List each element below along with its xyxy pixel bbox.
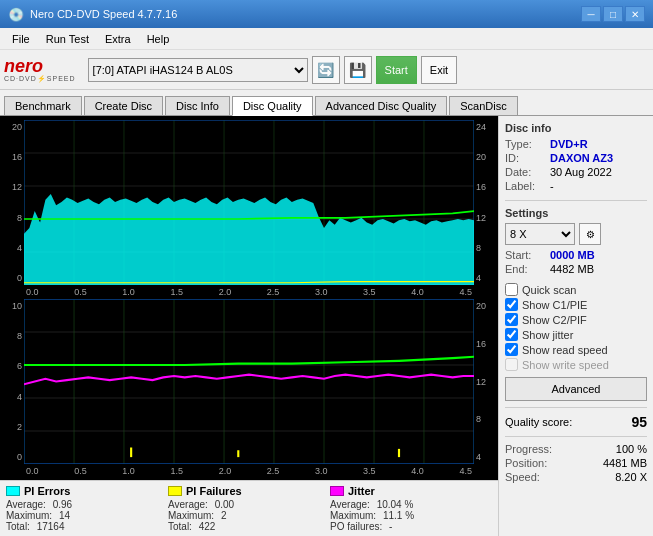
chart1-x-4: 2.0 bbox=[219, 287, 232, 297]
progress-row: Progress: 100 % bbox=[505, 443, 647, 455]
tab-benchmark[interactable]: Benchmark bbox=[4, 96, 82, 115]
show-c2-pif-label: Show C2/PIF bbox=[522, 314, 587, 326]
drive-selector[interactable]: [7:0] ATAPI iHAS124 B AL0S bbox=[88, 58, 308, 82]
tab-scan-disc[interactable]: ScanDisc bbox=[449, 96, 517, 115]
show-c2-pif-row: Show C2/PIF bbox=[505, 313, 647, 326]
show-c1-pie-label: Show C1/PIE bbox=[522, 299, 587, 311]
show-c1-pie-checkbox[interactable] bbox=[505, 298, 518, 311]
speed-row: 8 X ⚙ bbox=[505, 223, 647, 245]
disc-type-label: Type: bbox=[505, 138, 550, 150]
end-mb-row: End: 4482 MB bbox=[505, 263, 647, 275]
chart2-x-0: 0.0 bbox=[26, 466, 39, 476]
disc-id-value: DAXON AZ3 bbox=[550, 152, 613, 164]
window-title: Nero CD-DVD Speed 4.7.7.16 bbox=[30, 8, 177, 20]
progress-value: 100 % bbox=[616, 443, 647, 455]
chart2-y-right-4: 8 bbox=[476, 414, 492, 424]
nero-logo: nero CD·DVD⚡SPEED bbox=[4, 57, 76, 83]
position-row: Position: 4481 MB bbox=[505, 457, 647, 469]
pi-errors-legend-icon bbox=[6, 486, 20, 496]
stats-area: PI Errors Average: 0.96 Maximum: 14 Tota… bbox=[0, 480, 498, 536]
show-read-speed-label: Show read speed bbox=[522, 344, 608, 356]
refresh-button[interactable]: 🔄 bbox=[312, 56, 340, 84]
tab-disc-quality[interactable]: Disc Quality bbox=[232, 96, 313, 116]
chart1-y-left-1: 20 bbox=[6, 122, 22, 132]
settings-section: Settings 8 X ⚙ Start: 0000 MB End: 4482 … bbox=[505, 207, 647, 275]
pi-failures-total-row: Total: 422 bbox=[168, 521, 330, 532]
po-failures-value: - bbox=[389, 521, 392, 532]
chart1-x-7: 3.5 bbox=[363, 287, 376, 297]
pi-errors-max-value: 14 bbox=[59, 510, 70, 521]
chart1-y-right-5: 8 bbox=[476, 243, 492, 253]
speed-options-button[interactable]: ⚙ bbox=[579, 223, 601, 245]
save-button[interactable]: 💾 bbox=[344, 56, 372, 84]
chart1-x-1: 0.5 bbox=[74, 287, 87, 297]
speed-row-progress: Speed: 8.20 X bbox=[505, 471, 647, 483]
tab-disc-info[interactable]: Disc Info bbox=[165, 96, 230, 115]
show-read-speed-checkbox[interactable] bbox=[505, 343, 518, 356]
chart2-x-3: 1.5 bbox=[170, 466, 183, 476]
menu-help[interactable]: Help bbox=[139, 31, 178, 47]
chart2-y-left-1: 10 bbox=[6, 301, 22, 311]
menu-run-test[interactable]: Run Test bbox=[38, 31, 97, 47]
disc-id-label: ID: bbox=[505, 152, 550, 164]
quick-scan-checkbox[interactable] bbox=[505, 283, 518, 296]
end-label: End: bbox=[505, 263, 550, 275]
show-c1-pie-row: Show C1/PIE bbox=[505, 298, 647, 311]
chart2-x-6: 3.0 bbox=[315, 466, 328, 476]
quick-scan-row: Quick scan bbox=[505, 283, 647, 296]
show-c2-pif-checkbox[interactable] bbox=[505, 313, 518, 326]
chart1-y-left-4: 8 bbox=[6, 213, 22, 223]
chart2-y-right-3: 12 bbox=[476, 377, 492, 387]
speed-selector[interactable]: 8 X bbox=[505, 223, 575, 245]
close-button[interactable]: ✕ bbox=[625, 6, 645, 22]
chart2-y-left-4: 4 bbox=[6, 392, 22, 402]
menu-extra[interactable]: Extra bbox=[97, 31, 139, 47]
chart2-x-4: 2.0 bbox=[219, 466, 232, 476]
show-jitter-label: Show jitter bbox=[522, 329, 573, 341]
divider-1 bbox=[505, 200, 647, 201]
show-jitter-row: Show jitter bbox=[505, 328, 647, 341]
disc-id-row: ID: DAXON AZ3 bbox=[505, 152, 647, 164]
maximize-button[interactable]: □ bbox=[603, 6, 623, 22]
jitter-average-value: 10.04 % bbox=[377, 499, 414, 510]
chart1-y-left-5: 4 bbox=[6, 243, 22, 253]
chart2-x-5: 2.5 bbox=[267, 466, 280, 476]
right-panel: Disc info Type: DVD+R ID: DAXON AZ3 Date… bbox=[498, 116, 653, 536]
quality-score-label: Quality score: bbox=[505, 416, 572, 428]
chart2-y-right-5: 4 bbox=[476, 452, 492, 462]
show-jitter-checkbox[interactable] bbox=[505, 328, 518, 341]
chart1-y-right-4: 12 bbox=[476, 213, 492, 223]
speed-progress-value: 8.20 X bbox=[615, 471, 647, 483]
chart2-y-left-2: 8 bbox=[6, 331, 22, 341]
chart1-y-left-2: 16 bbox=[6, 152, 22, 162]
jitter-label: Jitter bbox=[348, 485, 375, 497]
chart2-svg bbox=[24, 299, 474, 464]
chart2-y-right-2: 16 bbox=[476, 339, 492, 349]
minimize-button[interactable]: ─ bbox=[581, 6, 601, 22]
advanced-button[interactable]: Advanced bbox=[505, 377, 647, 401]
left-section: 20 16 12 8 4 0 bbox=[0, 116, 498, 536]
chart1-y-left-3: 12 bbox=[6, 182, 22, 192]
menu-file[interactable]: File bbox=[4, 31, 38, 47]
pi-errors-average-row: Average: 0.96 bbox=[6, 499, 168, 510]
start-button[interactable]: Start bbox=[376, 56, 417, 84]
chart2-x-7: 3.5 bbox=[363, 466, 376, 476]
show-write-speed-checkbox bbox=[505, 358, 518, 371]
chart-area: 20 16 12 8 4 0 bbox=[0, 116, 498, 480]
chart1-x-2: 1.0 bbox=[122, 287, 135, 297]
chart1-y-left-6: 0 bbox=[6, 273, 22, 283]
chart2-x-9: 4.5 bbox=[459, 466, 472, 476]
title-bar-controls: ─ □ ✕ bbox=[581, 6, 645, 22]
tab-create-disc[interactable]: Create Disc bbox=[84, 96, 163, 115]
position-value: 4481 MB bbox=[603, 457, 647, 469]
settings-title: Settings bbox=[505, 207, 647, 219]
chart1-x-6: 3.0 bbox=[315, 287, 328, 297]
pi-failures-max-row: Maximum: 2 bbox=[168, 510, 330, 521]
tab-advanced-disc-quality[interactable]: Advanced Disc Quality bbox=[315, 96, 448, 115]
chart2-y-left-5: 2 bbox=[6, 422, 22, 432]
divider-2 bbox=[505, 407, 647, 408]
pi-failures-average-value: 0.00 bbox=[215, 499, 234, 510]
chart2-y-left-6: 0 bbox=[6, 452, 22, 462]
exit-button[interactable]: Exit bbox=[421, 56, 457, 84]
chart1-y-right-2: 20 bbox=[476, 152, 492, 162]
